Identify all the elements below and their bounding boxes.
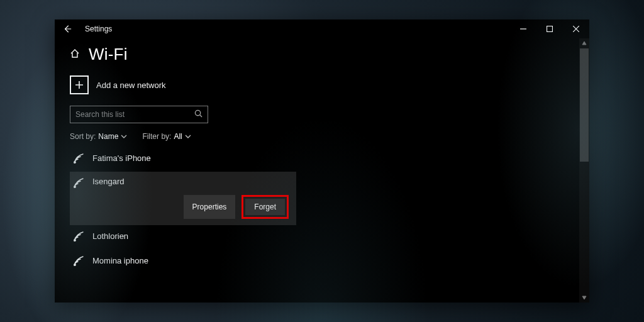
close-button[interactable] xyxy=(563,19,589,38)
annotation-highlight: Forget xyxy=(242,195,289,219)
network-name: Momina iphone xyxy=(92,255,148,265)
plus-icon xyxy=(70,75,89,94)
svg-point-1 xyxy=(195,110,200,115)
forget-button[interactable]: Forget xyxy=(245,199,285,215)
network-name: Isengard xyxy=(92,175,125,186)
sort-label: Sort by: xyxy=(70,132,96,141)
add-network-label: Add a new network xyxy=(96,80,166,90)
home-icon[interactable] xyxy=(70,48,80,61)
vertical-scrollbar[interactable] xyxy=(579,38,589,303)
sort-by-dropdown[interactable]: Sort by: Name xyxy=(70,132,127,141)
wifi-icon xyxy=(72,152,85,167)
add-network-button[interactable]: Add a new network xyxy=(70,75,579,94)
network-item[interactable]: Momina iphone xyxy=(70,250,296,274)
svg-point-3 xyxy=(74,186,75,187)
network-list: Fatima's iPhone Isengard Properties Forg… xyxy=(70,147,296,274)
scroll-up-arrow[interactable] xyxy=(579,38,589,48)
window-controls xyxy=(510,19,589,38)
back-button[interactable] xyxy=(60,25,75,33)
wifi-icon xyxy=(72,230,85,245)
wifi-icon xyxy=(72,255,85,269)
filters-row: Sort by: Name Filter by: All xyxy=(70,132,579,141)
network-name: Lothlorien xyxy=(92,230,128,241)
filter-label: Filter by: xyxy=(142,132,171,141)
network-item-selected[interactable]: Isengard Properties Forget xyxy=(70,172,296,225)
scroll-track[interactable] xyxy=(579,48,589,292)
filter-by-dropdown[interactable]: Filter by: All xyxy=(142,132,191,141)
titlebar: Settings xyxy=(55,19,589,38)
settings-window: Settings Wi-Fi xyxy=(55,19,589,303)
scroll-down-arrow[interactable] xyxy=(579,292,589,303)
wifi-icon xyxy=(72,177,85,191)
svg-point-4 xyxy=(74,240,75,241)
chevron-down-icon xyxy=(121,133,127,140)
search-box[interactable] xyxy=(70,106,208,123)
network-actions: Properties Forget xyxy=(92,186,294,225)
scroll-thumb[interactable] xyxy=(580,48,589,162)
search-input[interactable] xyxy=(75,110,189,119)
sort-value: Name xyxy=(98,132,118,141)
minimize-button[interactable] xyxy=(510,19,536,38)
network-name: Fatima's iPhone xyxy=(92,152,151,163)
svg-point-2 xyxy=(74,162,75,163)
svg-point-5 xyxy=(74,264,75,265)
svg-rect-0 xyxy=(547,26,553,32)
content-area: Wi-Fi Add a new network Sort by: Name xyxy=(55,38,579,303)
maximize-button[interactable] xyxy=(536,19,563,38)
network-item[interactable]: Fatima's iPhone xyxy=(70,147,296,172)
network-item[interactable]: Lothlorien xyxy=(70,225,296,250)
page-title: Wi-Fi xyxy=(89,45,128,64)
properties-button[interactable]: Properties xyxy=(184,195,236,219)
window-title: Settings xyxy=(85,25,112,33)
filter-value: All xyxy=(174,132,182,141)
search-icon xyxy=(194,109,203,120)
chevron-down-icon xyxy=(185,133,191,140)
